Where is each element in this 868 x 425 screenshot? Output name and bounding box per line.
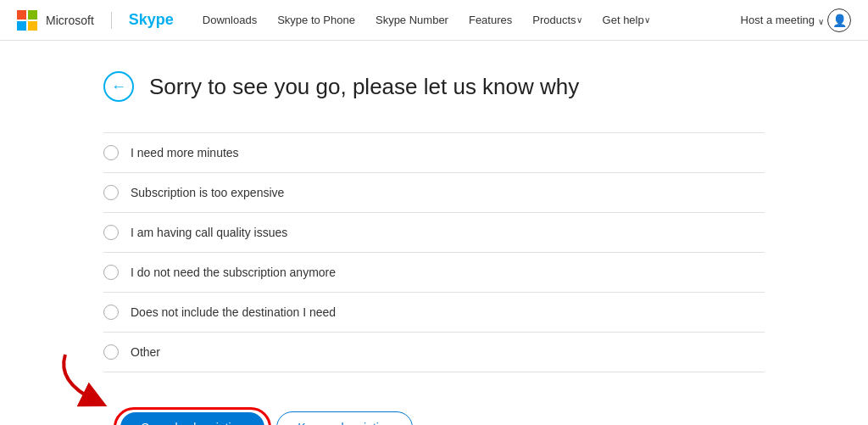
nav-divider	[111, 12, 112, 29]
user-icon[interactable]: 👤	[827, 8, 851, 32]
option-label-no-need: I do not need the subscription anymore	[131, 266, 336, 279]
option-label-too-expensive: Subscription is too expensive	[131, 186, 284, 199]
option-too-expensive[interactable]: Subscription is too expensive	[103, 173, 765, 213]
option-label-call-quality: I am having call quality issues	[131, 226, 287, 239]
option-destination[interactable]: Does not include the destination I need	[103, 293, 765, 333]
option-more-minutes[interactable]: I need more minutes	[103, 132, 765, 173]
button-row: Cancel subscription Keep subscription	[120, 411, 413, 425]
host-meeting-arrow[interactable]	[818, 13, 824, 28]
main-content: ← Sorry to see you go, please let us kno…	[70, 41, 798, 425]
microsoft-label: Microsoft	[46, 14, 94, 27]
nav-links: Downloads Skype to Phone Skype Number Fe…	[194, 0, 659, 41]
back-arrow-icon: ←	[111, 79, 126, 94]
option-other[interactable]: Other	[103, 333, 765, 372]
radio-no-need[interactable]	[103, 265, 119, 280]
option-label-destination: Does not include the destination I need	[131, 305, 336, 319]
radio-destination[interactable]	[103, 305, 119, 320]
radio-call-quality[interactable]	[103, 225, 119, 240]
nav-skype-to-phone[interactable]: Skype to Phone	[269, 0, 364, 41]
page-header: ← Sorry to see you go, please let us kno…	[103, 71, 765, 102]
nav-skype-number[interactable]: Skype Number	[367, 0, 457, 41]
nav-right: Host a meeting 👤	[741, 8, 851, 32]
nav-products[interactable]: Products	[524, 0, 590, 41]
radio-other[interactable]	[103, 344, 119, 360]
options-list: I need more minutes Subscription is too …	[103, 132, 765, 372]
cancel-wrapper: Cancel subscription	[120, 412, 264, 425]
microsoft-logo	[17, 10, 37, 31]
option-no-need[interactable]: I do not need the subscription anymore	[103, 253, 765, 293]
option-label-other: Other	[131, 345, 160, 359]
back-button[interactable]: ←	[103, 71, 134, 102]
cancel-subscription-button[interactable]: Cancel subscription	[120, 412, 264, 425]
option-label-more-minutes: I need more minutes	[131, 146, 239, 159]
skype-label: Skype	[129, 11, 174, 29]
page-title: Sorry to see you go, please let us know …	[149, 74, 579, 100]
radio-more-minutes[interactable]	[103, 145, 119, 160]
radio-too-expensive[interactable]	[103, 185, 119, 200]
keep-subscription-button[interactable]: Keep subscription	[276, 411, 413, 425]
navbar: Microsoft Skype Downloads Skype to Phone…	[0, 0, 868, 41]
nav-get-help[interactable]: Get help	[594, 0, 659, 41]
host-meeting-link[interactable]: Host a meeting	[741, 14, 815, 26]
nav-downloads[interactable]: Downloads	[194, 0, 265, 41]
nav-features[interactable]: Features	[460, 0, 520, 41]
brand-area: Microsoft Skype	[17, 10, 174, 31]
option-call-quality[interactable]: I am having call quality issues	[103, 213, 765, 253]
